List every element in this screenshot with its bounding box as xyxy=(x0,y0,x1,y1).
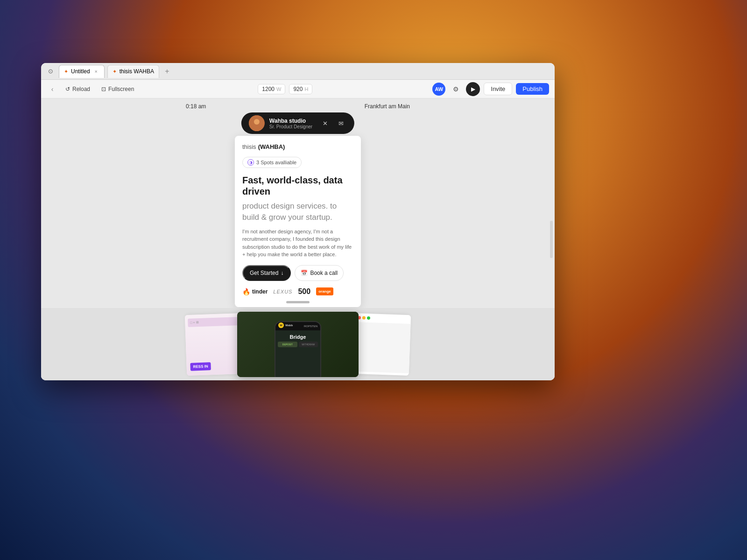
thumbnail-center[interactable]: W Wabb ROPSTEN Bridge DEPOSIT WITHDRAW xyxy=(237,312,359,377)
get-started-button[interactable]: Get Started ↓ xyxy=(242,265,291,281)
profile-avatar xyxy=(249,115,265,131)
tab-bar: ⊙ ✦ Untitled × ✦ thisis WAHBA + xyxy=(41,63,555,80)
height-value: 920 xyxy=(293,86,303,92)
settings-button[interactable]: ⚙ xyxy=(449,83,462,96)
canvas-time: 0:18 am xyxy=(186,103,206,110)
user-avatar: AW xyxy=(432,83,445,96)
phone-app-header: W Wabb xyxy=(278,322,293,328)
invite-button[interactable]: Invite xyxy=(484,83,512,95)
canvas-location: Frankfurt am Main xyxy=(365,103,410,110)
profile-info: Wahba studio Sr. Product Designer xyxy=(269,118,312,129)
tinder-logo: 🔥 tinder xyxy=(242,288,268,295)
reload-button[interactable]: ↺ Reload xyxy=(62,84,94,94)
tab-close-untitled[interactable]: × xyxy=(93,68,99,75)
tab-icon-wahba: ✦ xyxy=(113,69,117,75)
height-unit: H xyxy=(304,86,308,92)
browser-window: ⊙ ✦ Untitled × ✦ thisis WAHBA + ‹ ↺ Relo… xyxy=(41,63,555,380)
spots-text: 3 Spots avalliable xyxy=(256,160,296,165)
thumbnail-right[interactable] xyxy=(353,313,411,375)
vertical-scrollbar[interactable] xyxy=(550,221,553,258)
logo-bold-text: (WAHBA) xyxy=(258,143,285,150)
toolbar-right: AW ⚙ ▶ Invite Publish xyxy=(432,82,549,96)
phone-action-bar: DEPOSIT WITHDRAW xyxy=(278,342,318,347)
tab-add-button[interactable]: + xyxy=(162,66,172,77)
twitter-icon: ✕ xyxy=(323,120,328,127)
website-logo: thisis (WAHBA) xyxy=(235,136,361,154)
fullscreen-icon: ⊡ xyxy=(101,86,106,92)
profile-social-icons: ✕ ✉ xyxy=(319,117,347,129)
brand-logos-row: 🔥 tinder LEXUS 500 orange xyxy=(242,287,353,301)
tab-untitled[interactable]: ✦ Untitled × xyxy=(59,65,105,78)
toolbar-left: ‹ ↺ Reload ⊡ Fullscreen xyxy=(47,84,138,95)
back-button[interactable]: ‹ xyxy=(47,84,58,95)
thumbnail-left-label: RESS IN xyxy=(190,362,211,371)
thumb-left-controls: □ + ⊞ xyxy=(190,321,198,325)
twitter-icon-button[interactable]: ✕ xyxy=(319,117,331,129)
logo-thin-text: thisis xyxy=(242,143,256,150)
phone-screen: Bridge DEPOSIT WITHDRAW xyxy=(275,330,320,377)
tab-icon-untitled: ✦ xyxy=(64,69,68,75)
lexus-logo: LEXUS xyxy=(273,289,292,294)
width-input[interactable]: 1200 W xyxy=(258,84,285,94)
phone-logo: W xyxy=(278,322,284,328)
five-hundred-logo: 500 xyxy=(298,287,310,296)
publish-button[interactable]: Publish xyxy=(516,83,549,95)
toolbar: ‹ ↺ Reload ⊡ Fullscreen 1200 W 920 H AW xyxy=(41,80,555,98)
reload-icon: ↺ xyxy=(65,86,70,92)
tinder-flame-icon: 🔥 xyxy=(242,288,250,295)
phone-deposit-btn: DEPOSIT xyxy=(278,342,297,347)
tab-wahba[interactable]: ✦ thisis WAHBA xyxy=(107,65,159,78)
fullscreen-button[interactable]: ⊡ Fullscreen xyxy=(98,84,138,94)
home-button[interactable]: ⊙ xyxy=(45,66,56,77)
phone-bridge-label: Bridge xyxy=(278,334,318,340)
canvas-status-bar: 0:18 am Frankfurt am Main xyxy=(181,103,415,110)
canvas-area: 0:18 am Frankfurt am Main Wahba studio S… xyxy=(41,98,555,380)
profile-pill[interactable]: Wahba studio Sr. Product Designer ✕ ✉ xyxy=(241,112,354,134)
profile-title: Sr. Product Designer xyxy=(269,124,312,129)
thumbnail-right-content xyxy=(353,322,411,373)
cta-buttons: Get Started ↓ 📅 Book a call xyxy=(242,265,353,281)
website-frame: thisis (WAHBA) ◑ 3 Spots avalliable Fast… xyxy=(235,136,361,307)
hero-subheadline: product design services. to build & grow… xyxy=(242,201,353,223)
bottom-thumbnails: □ + ⊞ RESS IN W Wabb ROPSTEN xyxy=(41,308,555,380)
mail-icon-button[interactable]: ✉ xyxy=(335,117,347,129)
dot-green xyxy=(367,316,370,319)
height-input[interactable]: 920 H xyxy=(289,84,312,94)
gear-icon: ⚙ xyxy=(453,85,459,93)
phone-top-bar: W Wabb ROPSTEN xyxy=(275,322,320,330)
thumbnail-left[interactable]: □ + ⊞ RESS IN xyxy=(185,313,243,375)
toolbar-center: 1200 W 920 H xyxy=(141,84,429,94)
tab-label-wahba: thisis WAHBA xyxy=(120,68,154,75)
book-call-button[interactable]: 📅 Book a call xyxy=(295,265,344,281)
dot-yellow xyxy=(362,316,366,319)
phone-location: ROPSTEN xyxy=(304,325,317,328)
thumbnail-left-bar: □ + ⊞ xyxy=(188,317,239,327)
svg-point-1 xyxy=(254,119,260,125)
preview-play-button[interactable]: ▶ xyxy=(466,82,480,96)
play-icon: ▶ xyxy=(471,86,475,92)
tab-label-untitled: Untitled xyxy=(71,68,90,75)
calendar-icon: 📅 xyxy=(301,270,308,276)
spots-icon: ◑ xyxy=(247,159,254,166)
scroll-indicator xyxy=(286,301,310,303)
width-unit: W xyxy=(276,86,281,92)
phone-mockup: W Wabb ROPSTEN Bridge DEPOSIT WITHDRAW xyxy=(275,321,321,377)
hero-section: Fast, world-class, data driven product d… xyxy=(235,171,361,307)
phone-withdraw-btn: WITHDRAW xyxy=(299,342,318,347)
arrow-down-icon: ↓ xyxy=(281,270,283,276)
phone-app-name: Wabb xyxy=(285,324,293,327)
profile-name: Wahba studio xyxy=(269,118,312,124)
orange-logo: orange xyxy=(316,287,333,295)
mail-icon: ✉ xyxy=(338,120,344,127)
width-value: 1200 xyxy=(262,86,275,92)
spots-badge: ◑ 3 Spots avalliable xyxy=(242,157,302,168)
hero-headline: Fast, world-class, data driven xyxy=(242,175,353,197)
hero-description: I'm not another design agency, I'm not a… xyxy=(242,228,353,259)
